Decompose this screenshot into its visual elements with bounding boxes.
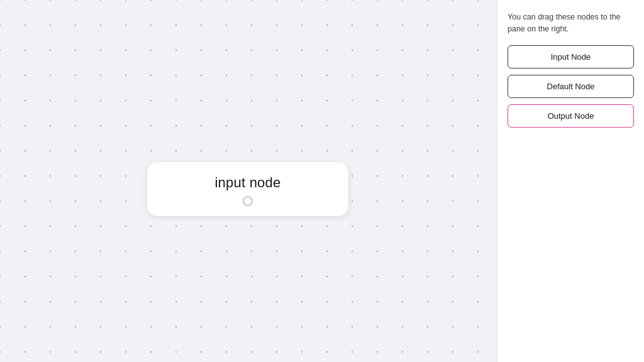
add-input-node-button[interactable]: Input Node — [508, 45, 634, 69]
sidebar-panel: You can drag these nodes to the pane on … — [497, 0, 644, 362]
add-default-node-button[interactable]: Default Node — [508, 75, 634, 98]
input-node-card[interactable]: input node — [147, 162, 348, 216]
node-output-handle[interactable] — [243, 196, 253, 206]
canvas-pane[interactable]: input node — [0, 0, 497, 362]
add-output-node-button[interactable]: Output Node — [508, 104, 634, 128]
sidebar-instruction-text: You can drag these nodes to the pane on … — [508, 11, 634, 35]
input-node-label: input node — [215, 175, 281, 191]
